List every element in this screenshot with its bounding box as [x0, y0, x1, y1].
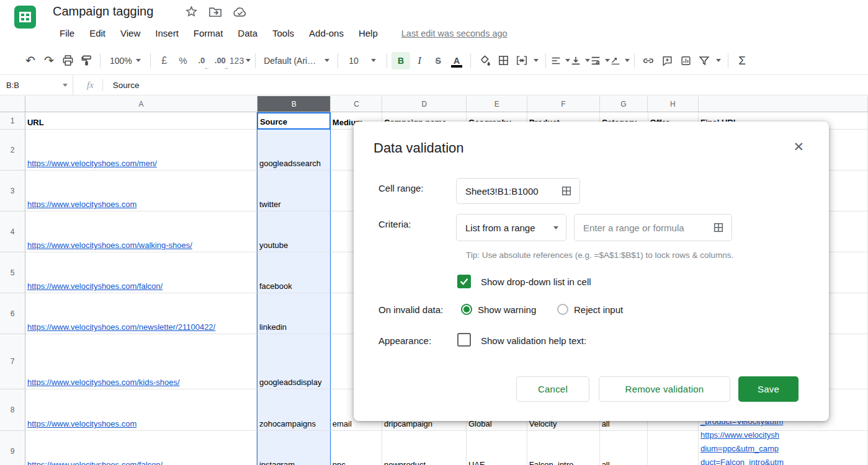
column-header-i[interactable]: [699, 96, 868, 112]
zoom-control[interactable]: 100%: [105, 56, 146, 66]
cell-range-input[interactable]: Sheet3!B1:B1000: [456, 178, 580, 204]
reject-input-radio[interactable]: [557, 304, 568, 315]
table-cell[interactable]: facebook: [257, 252, 331, 293]
table-cell[interactable]: linkedin: [257, 293, 331, 334]
column-header-D[interactable]: D: [382, 96, 467, 112]
menu-item-tools[interactable]: Tools: [265, 25, 302, 41]
table-cell[interactable]: newproduct: [382, 431, 467, 465]
column-header-C[interactable]: C: [331, 96, 382, 112]
menu-item-help[interactable]: Help: [351, 25, 385, 41]
menu-item-edit[interactable]: Edit: [82, 25, 113, 41]
url-link[interactable]: https://www.velocityshoes.com: [27, 419, 254, 428]
active-cell-b1[interactable]: Source: [257, 112, 331, 130]
menu-item-file[interactable]: File: [52, 25, 82, 41]
row-header-1[interactable]: 1: [0, 112, 25, 130]
column-header-A[interactable]: A: [25, 96, 257, 112]
horizontal-align-button[interactable]: [550, 52, 570, 69]
decrease-decimal-button[interactable]: .0←: [192, 52, 211, 69]
row-header-9[interactable]: 9: [0, 431, 25, 465]
table-cell[interactable]: youtube: [257, 211, 331, 252]
table-cell[interactable]: https://www.velocityshoes.com/men/: [25, 130, 257, 170]
vertical-align-button[interactable]: [570, 52, 590, 69]
final-url-fragment[interactable]: https://www.velocitysh: [700, 431, 866, 442]
strikethrough-button[interactable]: S: [429, 52, 447, 69]
format-percent-button[interactable]: %: [174, 52, 192, 69]
table-cell[interactable]: zohocampaigns: [257, 389, 331, 431]
url-link[interactable]: https://www.velocityshoes.com/walking-sh…: [27, 241, 254, 250]
column-header-G[interactable]: G: [600, 96, 648, 112]
undo-button[interactable]: ↶: [21, 52, 40, 69]
cloud-saved-icon[interactable]: [233, 6, 248, 18]
table-cell[interactable]: googleadsdisplay: [257, 334, 331, 389]
more-formats-button[interactable]: 123: [230, 52, 251, 69]
final-url-fragment[interactable]: duct=Falcon_intro&utm: [700, 456, 866, 465]
text-wrap-button[interactable]: [590, 52, 610, 69]
menu-item-view[interactable]: View: [113, 25, 148, 41]
font-family-select[interactable]: Default (Ari…: [260, 56, 333, 66]
borders-button[interactable]: [494, 52, 512, 69]
text-rotation-button[interactable]: [610, 52, 630, 69]
menu-item-add-ons[interactable]: Add-ons: [302, 25, 351, 41]
url-link[interactable]: https://www.velocityshoes.com: [27, 200, 254, 209]
column-header-E[interactable]: E: [467, 96, 527, 112]
select-range-icon[interactable]: [561, 185, 572, 197]
column-header-H[interactable]: H: [648, 96, 698, 112]
redo-button[interactable]: ↷: [40, 52, 58, 69]
help-text-checkbox[interactable]: [457, 333, 471, 347]
filter-caret[interactable]: [714, 52, 723, 69]
sheets-logo-icon[interactable]: [14, 6, 37, 29]
table-cell[interactable]: URL: [25, 112, 257, 130]
table-cell[interactable]: https://www.velocityshoes.com: [25, 389, 257, 431]
table-cell[interactable]: https://www.velocityshoes.com/newsletter…: [25, 293, 257, 334]
url-link[interactable]: https://www.velocityshoes.com/falcon/: [27, 281, 254, 291]
star-icon[interactable]: [185, 5, 198, 18]
format-currency-button[interactable]: £: [155, 52, 174, 69]
font-size-select[interactable]: 10: [342, 56, 382, 66]
table-cell[interactable]: instagram: [257, 431, 331, 465]
italic-button[interactable]: I: [410, 52, 429, 69]
formula-input[interactable]: Source: [113, 81, 140, 90]
url-link[interactable]: https://www.velocityshoes.com/newsletter…: [27, 322, 254, 332]
table-cell[interactable]: ppc: [331, 431, 382, 465]
insert-link-button[interactable]: [639, 52, 658, 69]
last-edit-link[interactable]: Last edit was seconds ago: [401, 29, 508, 38]
merge-cells-button[interactable]: [512, 52, 531, 69]
column-header-B[interactable]: B: [257, 96, 331, 112]
text-color-button[interactable]: A: [447, 52, 466, 69]
remove-validation-button[interactable]: Remove validation: [599, 376, 730, 402]
final-url-cell[interactable]: https://www.velocityshdium=ppc&utm_campd…: [699, 431, 868, 465]
select-all-corner[interactable]: [0, 96, 25, 112]
row-header-6[interactable]: 6: [0, 293, 25, 334]
table-cell[interactable]: https://www.velocityshoes.com/falcon/: [25, 252, 257, 293]
table-cell[interactable]: twitter: [257, 170, 331, 211]
row-header-3[interactable]: 3: [0, 170, 25, 211]
move-to-folder-icon[interactable]: [208, 6, 222, 18]
show-warning-radio[interactable]: [461, 304, 472, 315]
insert-comment-button[interactable]: [658, 52, 676, 69]
criteria-select[interactable]: List from a range: [456, 214, 566, 241]
row-header-8[interactable]: 8: [0, 389, 25, 431]
name-box[interactable]: B:B: [0, 75, 73, 95]
table-cell[interactable]: https://www.velocityshoes.com/walking-sh…: [25, 211, 257, 252]
url-link[interactable]: https://www.velocityshoes.com/falcon/: [27, 460, 254, 465]
table-cell[interactable]: UAE: [467, 431, 527, 465]
close-icon[interactable]: ✕: [793, 140, 804, 153]
table-cell[interactable]: all: [600, 431, 648, 465]
functions-button[interactable]: Σ: [733, 52, 751, 69]
column-header-F[interactable]: F: [527, 96, 600, 112]
filter-button[interactable]: [695, 52, 714, 69]
url-link[interactable]: https://www.velocityshoes.com/kids-shoes…: [27, 378, 254, 387]
table-cell[interactable]: https://www.velocityshoes.com: [25, 170, 257, 211]
menu-item-format[interactable]: Format: [186, 25, 231, 41]
fill-color-button[interactable]: [475, 52, 494, 69]
row-header-7[interactable]: 7: [0, 334, 25, 389]
row-header-4[interactable]: 4: [0, 211, 25, 252]
final-url-fragment[interactable]: dium=ppc&utm_camp: [700, 442, 866, 456]
table-cell[interactable]: [648, 431, 698, 465]
bold-button[interactable]: B: [391, 52, 410, 69]
document-title[interactable]: Campaign tagging: [53, 4, 153, 19]
criteria-range-input[interactable]: Enter a range or formula: [574, 214, 732, 241]
table-cell[interactable]: https://www.velocityshoes.com/kids-shoes…: [25, 334, 257, 389]
show-dropdown-checkbox[interactable]: [457, 275, 471, 288]
increase-decimal-button[interactable]: .00→: [211, 52, 230, 69]
